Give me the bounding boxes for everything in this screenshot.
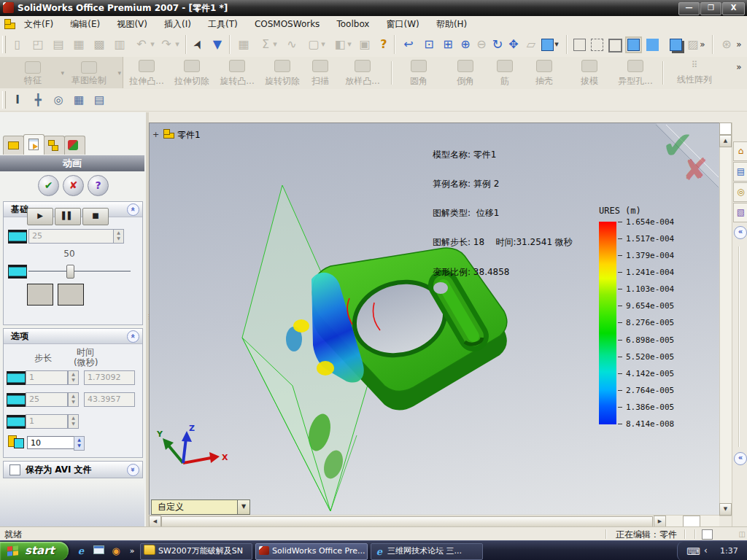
select-icon[interactable]: ➤ bbox=[187, 33, 210, 56]
vscroll-up-icon[interactable]: ▲ bbox=[719, 135, 732, 147]
solidworks-resources-tab[interactable]: ⌂ bbox=[733, 141, 747, 161]
menu-toolbox[interactable]: Toolbox bbox=[330, 17, 376, 33]
taskbar-item-folder[interactable]: SW2007万能破解及SN bbox=[140, 543, 252, 560]
redo-dropdown-icon[interactable]: ▾ bbox=[174, 36, 181, 53]
vscroll-split-box[interactable] bbox=[719, 122, 732, 135]
loft-button[interactable]: 放样凸... bbox=[340, 59, 385, 87]
pan-icon[interactable]: ✥ bbox=[505, 36, 522, 53]
selection-filter-icon[interactable]: ▼ bbox=[209, 36, 226, 53]
quicklaunch-show-desktop-icon[interactable] bbox=[92, 545, 105, 558]
tree-expand-icon[interactable]: + bbox=[152, 130, 159, 139]
help-icon[interactable]: ? bbox=[375, 36, 392, 53]
print-icon[interactable]: ▥ bbox=[111, 36, 128, 53]
cosmos-beam-icon[interactable]: I bbox=[9, 91, 26, 109]
zoom-inout-icon[interactable]: ⊕ bbox=[457, 36, 474, 53]
menu-file[interactable]: 文件(F) bbox=[18, 16, 60, 32]
resize-grip-icon[interactable]: ◫ bbox=[739, 530, 746, 538]
quicklaunch-overflow-icon[interactable]: » bbox=[125, 545, 139, 558]
start-step-spinner[interactable]: ▲▼ bbox=[68, 370, 79, 385]
cosmos-mesh-icon[interactable]: ▦ bbox=[70, 91, 88, 109]
ok-button[interactable]: ✔ bbox=[38, 175, 59, 196]
viewport-hscrollbar[interactable]: ◀ ▶ bbox=[149, 515, 719, 527]
open-icon[interactable]: ◰ bbox=[29, 36, 47, 53]
extrude-boss-button[interactable]: 拉伸凸... bbox=[124, 59, 169, 87]
fillet-button[interactable]: 圆角 bbox=[398, 59, 439, 87]
viewport-vscrollbar[interactable]: ▲ ▼ bbox=[719, 122, 732, 516]
menu-cosmosworks[interactable]: COSMOSWorks bbox=[248, 17, 327, 33]
revolve-boss-button[interactable]: 旋转凸... bbox=[214, 59, 260, 87]
option-button-2[interactable] bbox=[58, 284, 84, 306]
frames-field[interactable]: 25 bbox=[28, 229, 115, 244]
file-explorer-tab[interactable]: ◎ bbox=[733, 182, 747, 202]
list-icon[interactable]: ▣ bbox=[356, 36, 374, 53]
quicklaunch-media-icon[interactable]: ◉ bbox=[109, 545, 123, 558]
linear-pattern-button[interactable]: ⠿线性阵列 bbox=[668, 59, 721, 87]
expand-avi-icon[interactable]: « bbox=[127, 464, 139, 476]
panel-help-button[interactable]: ? bbox=[88, 175, 109, 196]
shaded-with-edges-icon[interactable] bbox=[627, 39, 640, 51]
new-icon[interactable]: ▯ bbox=[9, 36, 26, 53]
stop-button[interactable]: ■ bbox=[82, 208, 109, 225]
graphics-viewport[interactable]: ✔ ✘ bbox=[149, 122, 720, 516]
collapse-basic-icon[interactable]: « bbox=[127, 203, 139, 216]
undo-dropdown-icon[interactable]: ▾ bbox=[149, 36, 156, 53]
minimize-button[interactable]: — bbox=[678, 2, 700, 15]
taskpane-collapse-bottom-icon[interactable]: « bbox=[734, 452, 747, 465]
close-button[interactable]: X bbox=[722, 2, 745, 15]
increment-field[interactable]: 1 bbox=[26, 414, 68, 429]
tree-part-label[interactable]: 零件1 bbox=[177, 129, 201, 141]
options-group-header[interactable]: 选项 « bbox=[4, 329, 142, 344]
cosmos-joint-icon[interactable]: ╋ bbox=[29, 91, 47, 109]
view-palette-tab[interactable]: ▧ bbox=[733, 203, 747, 222]
feature-cube-dropdown-icon[interactable]: ▾ bbox=[320, 36, 327, 53]
menu-view[interactable]: 视图(V) bbox=[110, 16, 154, 32]
rib-button[interactable]: 筋 bbox=[489, 59, 521, 87]
chamfer-button[interactable]: 倒角 bbox=[445, 59, 486, 87]
zoom-previous-icon[interactable]: ↩ bbox=[400, 36, 417, 53]
shell-button[interactable]: 抽壳 bbox=[524, 59, 565, 87]
features-tab[interactable]: 特征 ▾ bbox=[9, 61, 57, 85]
cosmosworks-manager-tab[interactable] bbox=[64, 136, 85, 155]
sketch-tab-dropdown-icon[interactable]: ▾ bbox=[117, 69, 121, 77]
increment-spinner[interactable]: ▲▼ bbox=[68, 414, 79, 429]
restore-button[interactable]: ❐ bbox=[700, 2, 721, 15]
taskbar-item-solidworks[interactable]: SolidWorks Office Pre... bbox=[255, 543, 368, 560]
toolbar-overflow2-icon[interactable]: » bbox=[735, 36, 743, 53]
cosmos-mesh2-icon[interactable]: ▤ bbox=[90, 91, 108, 109]
ime-keyboard-icon[interactable]: ⌨ bbox=[686, 546, 700, 557]
standard-views-dropdown-icon[interactable]: ▾ bbox=[553, 36, 560, 53]
cancel-button[interactable]: ✘ bbox=[63, 175, 84, 196]
tray-clock[interactable]: 1:37 bbox=[720, 546, 738, 556]
revolve-cut-button[interactable]: 旋转切除 bbox=[260, 59, 305, 87]
orientation-combo[interactable]: 自定义 bbox=[151, 499, 243, 515]
spline-icon[interactable]: ∿ bbox=[283, 36, 301, 53]
hidden-lines-removed-icon[interactable] bbox=[608, 39, 622, 52]
design-library-tab[interactable]: ▤ bbox=[733, 162, 747, 182]
panels-dropdown-icon[interactable]: ▾ bbox=[346, 36, 353, 53]
speed-slider-thumb[interactable] bbox=[66, 265, 74, 279]
menu-insert[interactable]: 插入(I) bbox=[158, 16, 198, 32]
end-step-spinner[interactable]: ▲▼ bbox=[68, 392, 79, 407]
configurationmanager-tab[interactable] bbox=[44, 136, 65, 155]
hole-wizard-button[interactable]: 异型孔... bbox=[613, 59, 658, 87]
sketch-tab[interactable]: 草图绘制 ▾ bbox=[63, 61, 115, 85]
start-step-field[interactable]: 1 bbox=[26, 370, 68, 385]
ref-view-icon[interactable]: ▱ bbox=[522, 36, 540, 53]
pause-button[interactable]: ▌▌ bbox=[55, 208, 81, 225]
zoom-fit-icon[interactable]: ⊡ bbox=[420, 36, 438, 53]
undo-icon[interactable]: ↶ bbox=[133, 36, 150, 53]
toolbar-overflow-icon[interactable]: » bbox=[699, 36, 706, 53]
avi-group-header[interactable]: 保存为 AVI 文件 « bbox=[3, 461, 143, 478]
standard-views-icon[interactable] bbox=[541, 39, 554, 51]
hscroll-thumb[interactable] bbox=[161, 516, 653, 527]
frames-spinner[interactable]: ▲▼ bbox=[113, 229, 124, 244]
start-button[interactable]: start bbox=[0, 542, 69, 560]
shadows-icon[interactable] bbox=[670, 39, 682, 51]
corner-cancel-icon[interactable]: ✘ bbox=[682, 152, 708, 187]
speed-slider-track[interactable] bbox=[28, 271, 131, 273]
dimension-dropdown-icon[interactable]: ▾ bbox=[271, 36, 279, 53]
play-button[interactable]: ▶ bbox=[27, 208, 53, 225]
propertymanager-tab[interactable] bbox=[23, 134, 44, 155]
end-time-field[interactable]: 43.3957 bbox=[84, 392, 135, 407]
hidden-lines-visible-icon[interactable] bbox=[591, 39, 603, 51]
